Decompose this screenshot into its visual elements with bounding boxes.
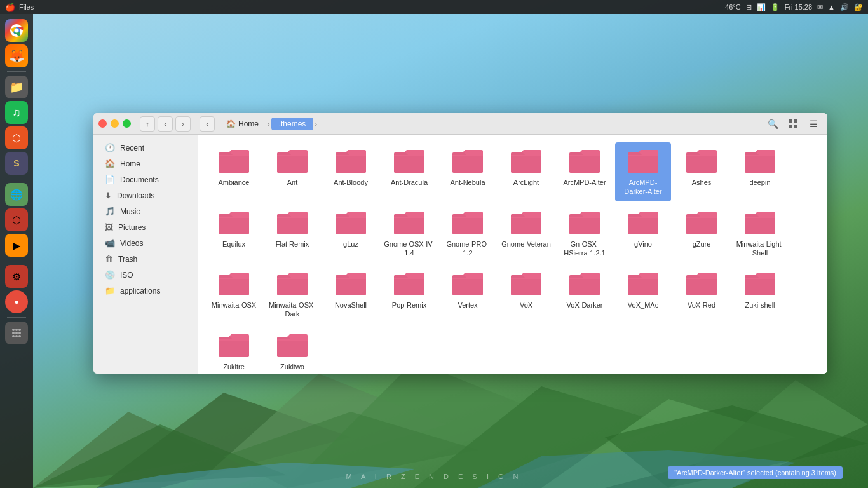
folder-icon [393,209,426,237]
dock-item-spotify[interactable]: ♫ [5,101,28,124]
folder-label: gVino [634,240,652,248]
folder-item[interactable]: ArcMPD-Darker-Alter [615,142,671,201]
folder-item[interactable]: Gnome OSX-IV-1.4 [381,204,437,263]
folder-label: NovaShell [335,301,367,309]
dock-item-sublimetext[interactable]: S [5,152,28,175]
dock-separator-4 [7,317,26,318]
dock-item-settings[interactable]: ⚙ [5,265,28,288]
documents-icon: 📄 [105,175,115,184]
nav-forward-button[interactable]: › [175,116,191,132]
folder-item[interactable]: Zuki-shell [732,265,788,324]
folder-item[interactable]: VoX [498,265,554,324]
folder-item[interactable]: Ant [264,142,320,201]
svg-point-14 [15,29,19,33]
folder-item[interactable]: Flat Remix [264,204,320,263]
svg-point-15 [12,329,15,331]
folder-item[interactable]: NovaShell [323,265,379,324]
sidebar-item-iso[interactable]: 💿 ISO [96,267,195,283]
content-area: 🕐 Recent 🏠 Home 📄 Documents ⬇ Downloads … [93,135,827,374]
nav-left-button[interactable]: ‹ [200,116,215,132]
folder-item[interactable]: deepin [732,142,788,201]
folder-label: gLuz [343,240,358,248]
dock-item-vlc[interactable]: ▶ [5,234,28,257]
folder-icon [393,270,426,298]
svg-point-21 [12,335,15,337]
maximize-button[interactable] [123,119,131,128]
trash-icon: 🗑 [105,254,113,264]
nav-up-button[interactable]: ↑ [140,116,155,132]
sidebar-item-videos[interactable]: 📹 Videos [96,235,195,251]
folder-item[interactable]: Ambiance [206,142,262,201]
sidebar-item-documents[interactable]: 📄 Documents [96,172,195,187]
folder-label: ArcLight [513,178,539,187]
folder-item[interactable]: Vertex [440,265,496,324]
folder-icon [451,147,484,175]
dock-item-chrome[interactable] [5,19,28,42]
folder-item[interactable]: Ant-Dracula [381,142,437,201]
folder-item[interactable]: Pop-Remix [381,265,437,324]
folder-item[interactable]: Minwaita-OSX-Dark [264,265,320,324]
dock-item-firefox[interactable]: 🦊 [5,44,28,67]
folder-item[interactable]: Minwaita-OSX [206,265,262,324]
dock-item-vpn[interactable]: 🌐 [5,183,28,206]
folder-icon [334,209,367,237]
sidebar-item-recent[interactable]: 🕐 Recent [96,140,195,156]
search-button[interactable]: 🔍 [764,115,782,133]
datetime: Fri 15:28 [785,3,812,11]
sidebar-item-trash[interactable]: 🗑 Trash [96,251,195,267]
battery-icon: 🔋 [771,3,780,11]
sidebar-item-downloads[interactable]: ⬇ Downloads [96,187,195,203]
watermark: M A I R Z E N D E S I G N [346,473,522,480]
sidebar-item-music[interactable]: 🎵 Music [96,203,195,219]
folder-item[interactable]: VoX_MAc [615,265,671,324]
folder-item[interactable]: Gnome-PRO-1.2 [440,204,496,263]
folder-icon [627,209,660,237]
temp-indicator: 46°C [725,3,741,11]
sidebar-item-applications[interactable]: 📁 applications [96,283,195,299]
chart-icon: 📊 [757,3,766,11]
folder-item[interactable]: gVino [615,204,671,263]
folder-item[interactable]: Ant-Bloody [323,142,379,201]
folder-item[interactable]: Gn-OSX-HSierra-1.2.1 [557,204,613,263]
folder-icon [393,147,426,175]
folder-item[interactable]: gLuz [323,204,379,263]
dock-item-ubuntu[interactable]: ⬡ [5,126,28,149]
folder-item[interactable]: Ashes [674,142,729,201]
folder-label: VoX [520,301,532,309]
folder-icon [685,270,718,298]
folder-item[interactable]: Equilux [206,204,262,263]
folder-item[interactable]: Minwaita-Light-Shell [732,204,788,263]
folder-item[interactable]: Ant-Nebula [440,142,496,201]
folder-item[interactable]: ArcMPD-Alter [557,142,613,201]
folder-item[interactable]: Zukitwo [264,327,320,374]
folder-label: Zuki-shell [745,301,775,309]
folder-item[interactable]: Zukitre [206,327,262,374]
folder-item[interactable]: VoX-Darker [557,265,613,324]
minimize-button[interactable] [111,119,119,128]
folder-item[interactable]: VoX-Red [674,265,729,324]
folder-item[interactable]: Gnome-Veteran [498,204,554,263]
dock-item-circle[interactable]: ● [5,290,28,313]
breadcrumb-current[interactable]: .themes [271,118,314,130]
sidebar-item-home[interactable]: 🏠 Home [96,156,195,172]
folder-label: Gnome-PRO-1.2 [442,240,493,258]
dock-item-files[interactable]: 📁 [5,76,28,98]
apple-logo[interactable]: 🍎 [5,3,15,12]
folder-label: VoX-Red [688,301,715,309]
folder-grid: Ambiance Ant Ant-Bloody [206,142,820,374]
folder-label: Equilux [222,240,245,248]
folder-icon [217,332,250,360]
folder-label: Gnome OSX-IV-1.4 [384,240,435,258]
folder-item[interactable]: gZure [674,204,729,263]
dock-item-hexagon[interactable]: ⬡ [5,208,28,231]
close-button[interactable] [98,119,107,128]
dock-item-appgrid[interactable] [5,322,28,344]
folder-item[interactable]: ArcLight [498,142,554,201]
svg-marker-2 [192,374,446,488]
view-toggle-button[interactable] [784,115,802,133]
breadcrumb: ‹ 🏠 Home › .themes › [200,116,760,132]
nav-back-button[interactable]: ‹ [158,116,173,132]
sidebar-item-pictures[interactable]: 🖼 Pictures [96,219,195,235]
menu-button[interactable]: ☰ [804,115,822,133]
breadcrumb-home[interactable]: 🏠 Home [219,118,266,130]
